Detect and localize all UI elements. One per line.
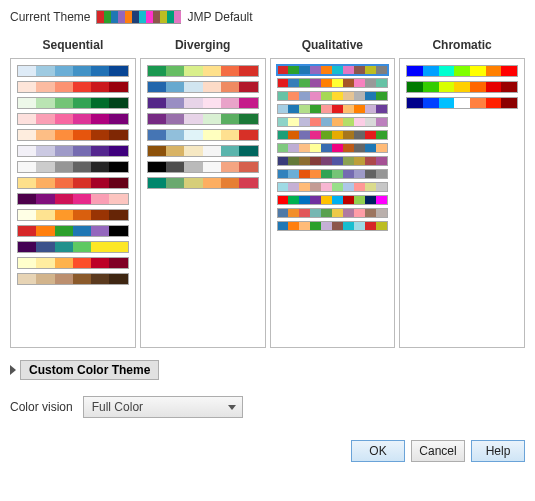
color-vision-value: Full Color <box>92 400 143 414</box>
sequential-list[interactable] <box>10 58 136 348</box>
palette-swatch[interactable] <box>147 81 259 93</box>
col-head-diverging: Diverging <box>140 38 266 54</box>
palette-swatch[interactable] <box>277 117 389 127</box>
col-head-chromatic: Chromatic <box>399 38 525 54</box>
cancel-button[interactable]: Cancel <box>411 440 465 462</box>
palette-swatch[interactable] <box>277 65 389 75</box>
palette-swatch[interactable] <box>17 177 129 189</box>
custom-theme-row: Custom Color Theme <box>10 360 525 380</box>
palette-swatch[interactable] <box>277 78 389 88</box>
palette-swatch[interactable] <box>277 208 389 218</box>
palette-swatch[interactable] <box>17 161 129 173</box>
col-head-sequential: Sequential <box>10 38 136 54</box>
palette-swatch[interactable] <box>147 129 259 141</box>
palette-swatch[interactable] <box>17 97 129 109</box>
color-vision-row: Color vision Full Color <box>10 396 525 418</box>
palette-swatch[interactable] <box>17 113 129 125</box>
palette-swatch[interactable] <box>277 182 389 192</box>
palette-swatch[interactable] <box>17 129 129 141</box>
palette-swatch[interactable] <box>17 273 129 285</box>
palette-swatch[interactable] <box>17 209 129 221</box>
palette-swatch[interactable] <box>277 221 389 231</box>
palette-swatch[interactable] <box>147 113 259 125</box>
palette-swatch[interactable] <box>147 145 259 157</box>
diverging-list[interactable] <box>140 58 266 348</box>
palette-swatch[interactable] <box>17 81 129 93</box>
current-theme-swatch <box>96 10 181 24</box>
palette-swatch[interactable] <box>277 195 389 205</box>
current-theme-label: Current Theme <box>10 10 90 24</box>
custom-color-theme-button[interactable]: Custom Color Theme <box>20 360 159 380</box>
palette-swatch[interactable] <box>17 65 129 77</box>
ok-button[interactable]: OK <box>351 440 405 462</box>
col-head-qualitative: Qualitative <box>270 38 396 54</box>
palette-swatch[interactable] <box>147 65 259 77</box>
help-button[interactable]: Help <box>471 440 525 462</box>
current-theme-value: JMP Default <box>187 10 252 24</box>
palette-swatch[interactable] <box>147 97 259 109</box>
current-theme-row: Current Theme JMP Default <box>10 10 525 24</box>
palette-swatch[interactable] <box>147 177 259 189</box>
dialog-buttons: OK Cancel Help <box>10 440 525 462</box>
palette-swatch[interactable] <box>147 161 259 173</box>
qualitative-list[interactable] <box>270 58 396 348</box>
chevron-down-icon <box>228 405 236 410</box>
palette-swatch[interactable] <box>17 241 129 253</box>
palette-swatch[interactable] <box>277 156 389 166</box>
palette-swatch[interactable] <box>277 130 389 140</box>
palette-swatch[interactable] <box>17 145 129 157</box>
expand-icon[interactable] <box>10 365 16 375</box>
palette-swatch[interactable] <box>406 97 518 109</box>
palette-swatch[interactable] <box>277 91 389 101</box>
color-vision-select[interactable]: Full Color <box>83 396 243 418</box>
palette-swatch[interactable] <box>277 143 389 153</box>
palette-swatch[interactable] <box>406 65 518 77</box>
palette-swatch[interactable] <box>17 257 129 269</box>
palette-swatch[interactable] <box>17 225 129 237</box>
theme-columns: Sequential Diverging Qualitative Chromat… <box>10 38 525 348</box>
color-vision-label: Color vision <box>10 400 73 414</box>
palette-swatch[interactable] <box>277 104 389 114</box>
palette-swatch[interactable] <box>277 169 389 179</box>
palette-swatch[interactable] <box>406 81 518 93</box>
chromatic-list[interactable] <box>399 58 525 348</box>
palette-swatch[interactable] <box>17 193 129 205</box>
